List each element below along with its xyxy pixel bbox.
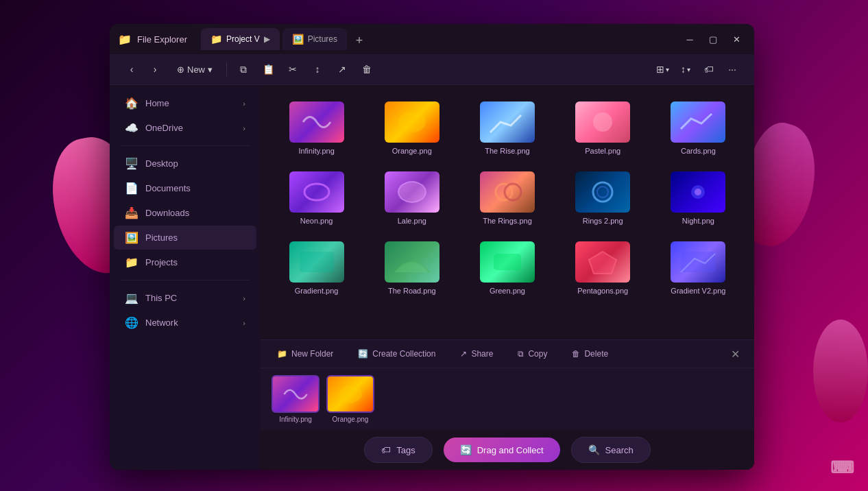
sidebar-item-downloads[interactable]: 📥 Downloads xyxy=(114,201,256,225)
file-name-cards: Cards.png xyxy=(681,147,716,155)
search-button[interactable]: 🔍 Search xyxy=(571,437,651,463)
file-item-infinity[interactable]: Infinity.png xyxy=(272,96,361,160)
file-item-cards[interactable]: Cards.png xyxy=(653,96,743,160)
window-controls: ─ ▢ ✕ xyxy=(680,29,746,49)
sidebar-item-home[interactable]: 🏠 Home › xyxy=(114,91,256,115)
create-collection-button[interactable]: 🔄 Create Collection xyxy=(352,346,441,361)
paste-button[interactable]: 📋 xyxy=(257,58,279,80)
view-button[interactable]: ⊞ ▾ xyxy=(651,58,673,80)
tab-pictures[interactable]: 🖼️ Pictures xyxy=(282,28,347,50)
tags-label: Tags xyxy=(396,445,415,455)
copy-path-button[interactable]: ⧉ xyxy=(232,58,254,80)
thumb-inner-night xyxy=(671,171,725,213)
documents-icon: 📄 xyxy=(125,182,138,195)
svg-point-2 xyxy=(304,184,329,200)
file-item-gradv2[interactable]: Gradient V2.png xyxy=(653,236,743,300)
maximize-button[interactable]: ▢ xyxy=(703,29,723,49)
file-name-rings2: Rings 2.png xyxy=(583,217,623,225)
file-item-pentagons[interactable]: Pentagons.png xyxy=(558,236,648,300)
file-item-rings[interactable]: The Rings.png xyxy=(462,166,552,230)
network-icon: 🌐 xyxy=(125,316,138,329)
file-name-neon: Neon.png xyxy=(300,217,333,225)
file-name-road: The Road.png xyxy=(388,287,436,295)
sidebar-item-documents[interactable]: 📄 Documents xyxy=(114,176,256,200)
file-item-night[interactable]: Night.png xyxy=(653,166,743,230)
svg-point-6 xyxy=(597,187,608,197)
svg-rect-9 xyxy=(300,252,334,272)
file-name-orange: Orange.png xyxy=(392,147,432,155)
thumb-inner-gradv2 xyxy=(671,241,725,283)
file-name-gradv2: Gradient V2.png xyxy=(671,287,725,295)
tag-button[interactable]: 🏷 xyxy=(698,58,720,80)
app-title: File Explorer xyxy=(137,34,187,45)
move-button[interactable]: ↕ xyxy=(306,58,328,80)
thumb-inner-rise xyxy=(480,101,535,143)
sidebar-item-this-pc[interactable]: 💻 This PC › xyxy=(114,286,256,310)
add-tab-button[interactable]: + xyxy=(350,31,369,50)
new-folder-icon: 📁 xyxy=(277,349,287,359)
new-button[interactable]: ⊕ New ▾ xyxy=(169,60,221,79)
selected-file-infinity[interactable]: Infinity.png xyxy=(272,375,320,423)
file-item-green[interactable]: Green.png xyxy=(462,236,552,300)
title-bar: 📁 File Explorer 📁 Project V ▶ 🖼️ Picture… xyxy=(110,24,754,54)
more-button[interactable]: ··· xyxy=(721,58,743,80)
view-chevron-icon: ▾ xyxy=(666,66,669,73)
this-pc-icon: 💻 xyxy=(125,291,138,304)
close-bottom-panel-button[interactable]: ✕ xyxy=(727,346,743,362)
file-item-gradient[interactable]: Gradient.png xyxy=(272,236,361,300)
svg-point-8 xyxy=(695,189,701,195)
sidebar-item-network[interactable]: 🌐 Network › xyxy=(114,311,256,335)
share-toolbar-button[interactable]: ↗ Share xyxy=(455,346,498,361)
file-item-rings2[interactable]: Rings 2.png xyxy=(558,166,648,230)
file-item-neon[interactable]: Neon.png xyxy=(272,166,361,230)
tab-project-v[interactable]: 📁 Project V ▶ xyxy=(201,28,280,50)
drag-collect-button[interactable]: 🔄 Drag and Collect xyxy=(444,438,560,462)
onedrive-chevron-icon: › xyxy=(243,124,245,132)
svg-point-0 xyxy=(398,112,426,132)
home-icon: 🏠 xyxy=(125,97,138,110)
file-item-pastel[interactable]: Pastel.png xyxy=(558,96,648,160)
thumb-inner-rings2 xyxy=(575,171,630,213)
sidebar-item-pictures[interactable]: 🖼️ Pictures xyxy=(114,226,256,250)
tab-project-v-icon: 📁 xyxy=(210,34,222,45)
file-item-orange[interactable]: Orange.png xyxy=(367,96,457,160)
file-area-wrapper: Infinity.png Orange.png xyxy=(261,85,754,470)
file-grid: Infinity.png Orange.png xyxy=(261,85,754,339)
file-item-road[interactable]: The Road.png xyxy=(367,236,457,300)
share-button[interactable]: ↗ xyxy=(331,58,353,80)
forward-button[interactable]: › xyxy=(144,58,166,80)
back-button[interactable]: ‹ xyxy=(121,58,143,80)
svg-rect-12 xyxy=(681,252,715,272)
delete-button[interactable]: 🗑 xyxy=(356,58,378,80)
file-item-lale[interactable]: Lale.png xyxy=(367,166,457,230)
pictures-icon: 🖼️ xyxy=(125,231,138,244)
projects-icon: 📁 xyxy=(125,256,138,269)
file-item-rise[interactable]: The Rise.png xyxy=(462,96,552,160)
tags-button[interactable]: 🏷 Tags xyxy=(364,437,432,463)
file-name-lale: Lale.png xyxy=(398,217,426,225)
cut-button[interactable]: ✂ xyxy=(282,58,304,80)
svg-point-1 xyxy=(593,112,612,132)
minimize-button[interactable]: ─ xyxy=(680,29,699,49)
new-folder-button[interactable]: 📁 New Folder xyxy=(272,346,339,361)
close-button[interactable]: ✕ xyxy=(727,29,746,49)
file-thumb-rise xyxy=(480,101,535,143)
delete-toolbar-button[interactable]: 🗑 Delete xyxy=(566,346,614,361)
thumb-inner-pastel xyxy=(575,101,630,143)
sidebar-onedrive-label: OneDrive xyxy=(145,123,183,133)
file-name-rings: The Rings.png xyxy=(483,217,532,225)
file-thumb-infinity xyxy=(289,101,344,143)
file-thumb-road xyxy=(385,241,439,283)
copy-toolbar-button[interactable]: ⧉ Copy xyxy=(512,346,553,361)
copy-toolbar-label: Copy xyxy=(528,349,547,359)
sidebar-projects-label: Projects xyxy=(145,257,178,267)
file-thumb-rings2 xyxy=(575,171,630,213)
sort-button[interactable]: ↕ ▾ xyxy=(675,58,697,80)
sidebar-item-desktop[interactable]: 🖥️ Desktop xyxy=(114,152,256,176)
sidebar-item-onedrive[interactable]: ☁️ OneDrive › xyxy=(114,116,256,140)
share-toolbar-icon: ↗ xyxy=(460,349,467,359)
nav-buttons: ‹ › xyxy=(121,58,166,80)
sidebar-item-projects[interactable]: 📁 Projects xyxy=(114,250,256,274)
file-thumb-pastel xyxy=(575,101,630,143)
selected-file-orange[interactable]: Orange.png xyxy=(326,375,374,423)
